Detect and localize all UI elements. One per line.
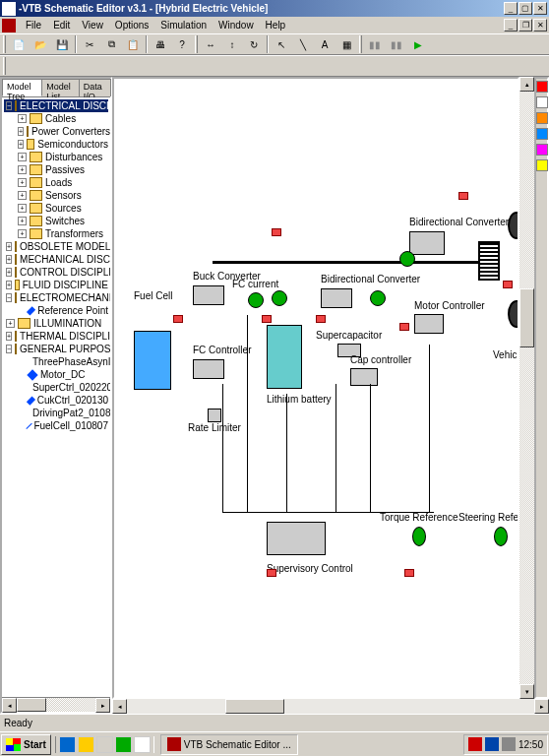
expand-icon[interactable]: + [6, 268, 12, 277]
tree-item[interactable]: +THERMAL DISCIPLINE [4, 330, 108, 343]
menu-help[interactable]: Help [260, 18, 292, 32]
expand-icon[interactable]: + [6, 332, 12, 341]
tree-item[interactable]: −GENERAL PURPOSE [4, 343, 108, 355]
sidebar-hscrollbar[interactable]: ◂ ▸ [2, 697, 110, 712]
palette-button[interactable] [536, 112, 548, 124]
tree-item[interactable]: FuelCell_010807 [4, 419, 108, 432]
tree-item[interactable]: +Power Converters [4, 125, 108, 138]
scroll-thumb[interactable] [225, 699, 284, 714]
tray-icon[interactable] [485, 737, 499, 751]
expand-icon[interactable]: + [18, 153, 27, 161]
palette-button[interactable] [536, 128, 548, 140]
new-button[interactable]: 📄 [9, 34, 29, 54]
toolbar-grip[interactable] [359, 35, 362, 53]
wire-button[interactable]: ╲ [293, 34, 313, 54]
palette-button[interactable] [536, 159, 548, 171]
motor-controller[interactable]: Motor Controller [414, 300, 485, 334]
toolbar-grip[interactable] [195, 35, 198, 53]
menu-simulation[interactable]: Simulation [154, 18, 213, 32]
supervisory-control[interactable]: Supervisory Control [267, 522, 353, 574]
select-button[interactable]: ↖ [272, 34, 291, 54]
tree-item[interactable]: +Switches [4, 215, 108, 227]
collapse-icon[interactable]: − [6, 345, 12, 353]
cut-button[interactable]: ✂ [80, 34, 99, 54]
collapse-icon[interactable]: − [6, 101, 12, 110]
tree-item[interactable]: +OBSOLETE MODELS [4, 240, 108, 253]
rate-limiter[interactable]: Rate Limiter [188, 409, 241, 433]
tree-item[interactable]: Reference Point [4, 304, 108, 317]
menu-window[interactable]: Window [213, 18, 260, 32]
expand-icon[interactable]: + [18, 165, 27, 174]
ql-desktop-icon[interactable] [96, 736, 113, 753]
menu-edit[interactable]: Edit [47, 18, 76, 32]
save-button[interactable]: 💾 [52, 34, 72, 54]
expand-icon[interactable]: + [18, 114, 27, 123]
text-button[interactable]: A [315, 34, 335, 54]
tree-item[interactable]: +Disturbances [4, 151, 108, 163]
ql-app-icon[interactable] [115, 736, 132, 753]
cap-controller[interactable]: Cap controller [350, 354, 411, 386]
ql-outlook-icon[interactable] [78, 736, 94, 753]
ql-app-icon[interactable] [134, 736, 151, 753]
scroll-down-button[interactable]: ▾ [519, 684, 534, 699]
stop-button[interactable]: ▮▮ [365, 34, 385, 54]
pause-button[interactable]: ▮▮ [387, 34, 406, 54]
paste-button[interactable]: 📋 [123, 34, 143, 54]
scroll-up-button[interactable]: ▴ [519, 77, 534, 92]
scroll-thumb[interactable] [519, 288, 534, 347]
expand-icon[interactable]: + [18, 204, 27, 213]
expand-icon[interactable]: + [18, 217, 27, 225]
tray-icon[interactable] [502, 737, 516, 751]
mdi-close-button[interactable]: ✕ [533, 19, 547, 32]
tree-item[interactable]: +Passives [4, 163, 108, 176]
tree-item[interactable]: +ILLUMINATION [4, 317, 108, 330]
expand-icon[interactable]: + [6, 242, 12, 251]
tab-data-io[interactable]: Data I/O [79, 79, 111, 96]
scroll-thumb[interactable] [17, 698, 46, 712]
tree-item[interactable]: +CONTROL DISCIPLINE [4, 266, 108, 279]
scroll-right-button[interactable]: ▸ [534, 699, 549, 714]
expand-icon[interactable]: + [6, 319, 15, 328]
tree-item[interactable]: +FLUID DISCIPLINE [4, 279, 108, 291]
tree-item[interactable]: +Semiconductors [4, 138, 108, 151]
palette-button[interactable] [536, 144, 548, 156]
ql-ie-icon[interactable] [59, 736, 76, 753]
expand-icon[interactable]: + [18, 229, 27, 238]
expand-icon[interactable]: + [6, 281, 12, 289]
expand-icon[interactable]: + [18, 140, 24, 149]
schematic-canvas[interactable]: Fuel Cell Buck Converter FC current [112, 77, 519, 699]
expand-icon[interactable]: + [18, 178, 27, 187]
scroll-right-button[interactable]: ▸ [95, 698, 110, 713]
tree-item[interactable]: +Sources [4, 202, 108, 215]
expand-icon[interactable]: + [6, 255, 12, 264]
menu-file[interactable]: File [20, 18, 47, 32]
clock[interactable]: 12:50 [518, 739, 543, 750]
tree-item[interactable]: CukCtrl_020130 [4, 394, 108, 407]
expand-icon[interactable]: + [18, 127, 24, 136]
flip-h-button[interactable]: ↔ [201, 34, 220, 54]
tree-item[interactable]: +MECHANICAL DISCIPLINE [4, 253, 108, 266]
collapse-icon[interactable]: − [6, 293, 12, 302]
vehicle-dynamics[interactable]: Vehicle Dynamics [493, 349, 519, 360]
steering-reference[interactable]: Steering Reference [458, 512, 519, 550]
tree-item[interactable]: ThreePhaseAsynIM [4, 355, 108, 368]
bidirectional-converter-2[interactable]: Bidirectional Converter 2 [409, 217, 518, 255]
mdi-minimize-button[interactable]: _ [504, 19, 518, 32]
tree-item[interactable]: +Cables [4, 112, 108, 125]
palette-button[interactable] [536, 81, 548, 93]
about-button[interactable]: ? [172, 34, 192, 54]
tab-model-tree[interactable]: Model Tree [2, 79, 42, 96]
tree-item[interactable]: SuperCtrl_020220 [4, 381, 108, 394]
toolbar-grip[interactable] [3, 35, 6, 53]
tree-item[interactable]: +Transformers [4, 227, 108, 240]
palette-button[interactable] [536, 96, 548, 108]
close-button[interactable]: ✕ [533, 2, 547, 15]
canvas-vscrollbar[interactable]: ▴ ▾ [519, 77, 534, 699]
toolbar-grip[interactable] [3, 57, 6, 75]
open-button[interactable]: 📂 [30, 34, 50, 54]
grid-button[interactable]: ▦ [336, 34, 356, 54]
print-button[interactable]: 🖶 [151, 34, 170, 54]
fuel-cell[interactable]: Fuel Cell [134, 290, 172, 390]
torque-reference[interactable]: Torque Reference [380, 512, 458, 550]
mdi-restore-button[interactable]: ❐ [518, 19, 532, 32]
